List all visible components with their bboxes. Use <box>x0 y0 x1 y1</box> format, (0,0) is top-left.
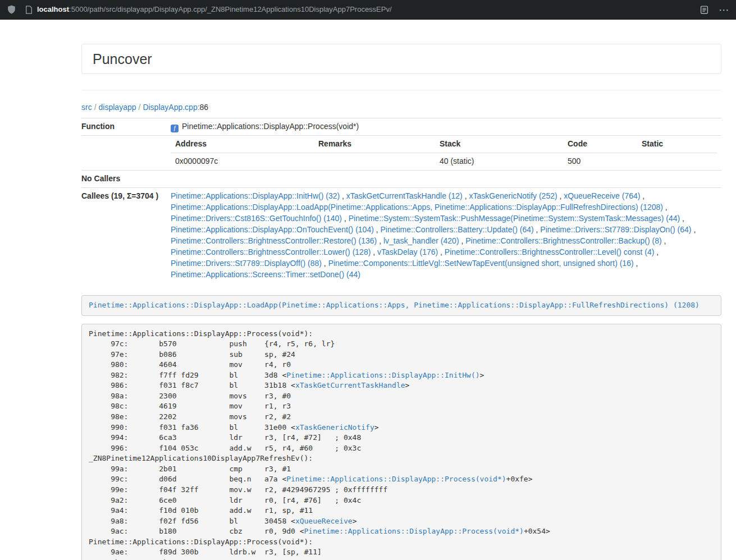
reader-view-icon[interactable] <box>700 6 708 14</box>
callees-list: Pinetime::Applications::DisplayApp::Init… <box>166 188 721 283</box>
divider <box>81 90 721 90</box>
callee-link[interactable]: Pinetime::Controllers::Battery::Update()… <box>381 225 534 234</box>
code-symbol-link[interactable]: xQueueReceive <box>295 517 353 525</box>
code-symbol-link[interactable]: Pinetime::Applications::DisplayApp::Proc… <box>304 527 524 535</box>
breadcrumb-link-src[interactable]: src <box>81 103 92 112</box>
overflow-menu-icon[interactable]: ⋯ <box>719 4 729 15</box>
stats-header-stack: Stack <box>435 136 563 153</box>
callee-link[interactable]: Pinetime::Controllers::BrightnessControl… <box>465 236 661 245</box>
url-text: localhost:5000/path/src/displayapp/Displ… <box>37 4 392 15</box>
callee-link[interactable]: xTaskGetCurrentTaskHandle (12) <box>346 191 463 200</box>
callee-link[interactable]: lv_task_handler (420) <box>383 236 459 245</box>
callee-link[interactable]: Pinetime::Applications::DisplayApp::OnTo… <box>171 225 374 234</box>
row-label-empty <box>81 136 166 171</box>
url-bar[interactable]: localhost:5000/path/src/displayapp/Displ… <box>25 4 692 15</box>
code-symbol-link[interactable]: Pinetime::Applications::DisplayApp::Proc… <box>286 475 506 483</box>
callee-link[interactable]: vTaskDelay (176) <box>377 247 438 256</box>
stats-header-code: Code <box>563 136 637 153</box>
callee-link[interactable]: Pinetime::Applications::DisplayApp::Init… <box>171 191 340 200</box>
callee-link[interactable]: Pinetime::Drivers::St7789::DisplayOff() … <box>171 259 322 268</box>
callee-link[interactable]: xTaskGenericNotify (252) <box>469 191 557 200</box>
stats-value-address: 0x0000097c <box>171 153 314 170</box>
table-row-callees: Callees (19, Σ=3704 ) Pinetime::Applicat… <box>81 188 721 283</box>
stats-value-remarks <box>314 153 435 170</box>
breadcrumb-separator: / <box>139 103 141 112</box>
callee-link[interactable]: Pinetime::Controllers::BrightnessControl… <box>445 247 654 256</box>
callee-link[interactable]: Pinetime::Drivers::St7789::DisplayOn() (… <box>540 225 691 234</box>
callee-link[interactable]: Pinetime::Controllers::BrightnessControl… <box>171 236 377 245</box>
breadcrumb-link-file[interactable]: DisplayApp.cpp: <box>143 103 199 112</box>
stats-value-stack: 40 (static) <box>435 153 563 170</box>
url-host: localhost <box>37 5 69 13</box>
selected-symbol-box: Pinetime::Applications::DisplayApp::Load… <box>81 295 721 316</box>
stats-header-address: Address <box>171 136 314 153</box>
row-label-callees: Callees (19, Σ=3704 ) <box>81 188 166 283</box>
stats-value-static <box>637 153 717 170</box>
stats-cell: Address Remarks Stack Code Static 0x0000… <box>166 136 721 171</box>
callee-link[interactable]: Pinetime::Controllers::BrightnessControl… <box>171 247 371 256</box>
code-symbol-link[interactable]: Pinetime::Applications::DisplayApp::Init… <box>286 371 479 379</box>
breadcrumb-line-number: 86 <box>200 103 209 112</box>
code-symbol-link[interactable]: xTaskGetCurrentTaskHandle <box>295 381 405 389</box>
breadcrumb: src/displayapp/DisplayApp.cpp:86 <box>81 102 721 113</box>
breadcrumb-link-displayapp[interactable]: displayapp <box>99 103 136 112</box>
callee-link[interactable]: Pinetime::Drivers::Cst816S::GetTouchInfo… <box>171 214 342 223</box>
app-header: Puncover <box>81 44 721 74</box>
stats-header-remarks: Remarks <box>314 136 435 153</box>
main-content: Puncover src/displayapp/DisplayApp.cpp:8… <box>81 44 721 560</box>
selected-symbol-link[interactable]: Pinetime::Applications::DisplayApp::Load… <box>89 301 700 309</box>
stats-value-row: 0x0000097c 40 (static) 500 <box>171 153 717 170</box>
disassembly-code: Pinetime::Applications::DisplayApp::Proc… <box>81 324 721 560</box>
callee-link[interactable]: Pinetime::Components::LittleVgl::SetNewT… <box>328 259 634 268</box>
shield-icon[interactable] <box>7 4 16 15</box>
url-path: :5000/path/src/displayapp/DisplayApp.cpp… <box>69 5 392 13</box>
callee-link[interactable]: Pinetime::Applications::DisplayApp::Load… <box>171 203 663 212</box>
table-row-function: Function ƒPinetime::Applications::Displa… <box>81 118 721 135</box>
page-title: Puncover <box>93 51 710 67</box>
page-icon <box>25 6 33 14</box>
table-row-no-callers: No Callers <box>81 171 721 188</box>
stats-table: Address Remarks Stack Code Static 0x0000… <box>171 136 717 170</box>
no-callers-cell <box>166 171 721 188</box>
code-symbol-link[interactable]: xTaskGenericNotify <box>295 423 374 432</box>
stats-value-code: 500 <box>563 153 637 170</box>
callee-link[interactable]: Pinetime::System::SystemTask::PushMessag… <box>349 214 680 223</box>
function-icon: ƒ <box>171 125 179 132</box>
table-row-stats: Address Remarks Stack Code Static 0x0000… <box>81 136 721 171</box>
function-cell: ƒPinetime::Applications::DisplayApp::Pro… <box>166 118 721 135</box>
function-name: Pinetime::Applications::DisplayApp::Proc… <box>182 122 359 131</box>
callee-link[interactable]: Pinetime::Applications::Screens::Timer::… <box>171 270 360 279</box>
stats-header-static: Static <box>637 136 717 153</box>
symbol-table: Function ƒPinetime::Applications::Displa… <box>81 118 721 283</box>
row-label-no-callers: No Callers <box>81 171 166 188</box>
browser-chrome: localhost:5000/path/src/displayapp/Displ… <box>0 0 736 20</box>
row-label-function: Function <box>81 118 166 135</box>
stats-header-row: Address Remarks Stack Code Static <box>171 136 717 153</box>
breadcrumb-separator: / <box>94 103 97 112</box>
callee-link[interactable]: xQueueReceive (764) <box>564 191 640 200</box>
